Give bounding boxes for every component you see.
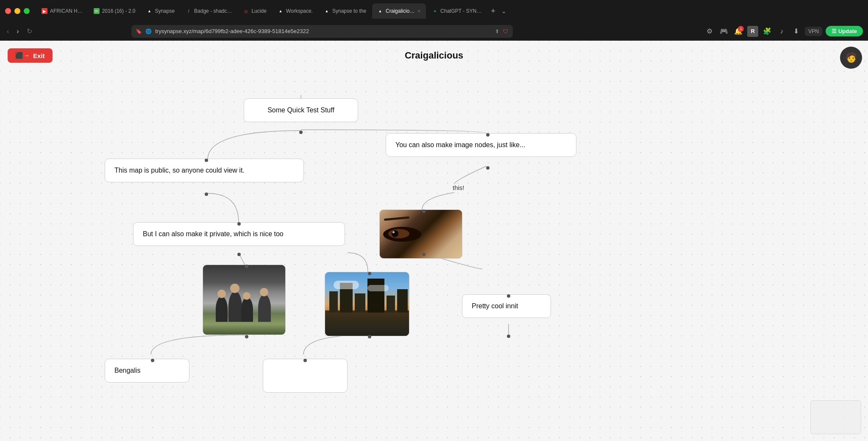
address-bar: ‹ › ↻ 🔖 🌐 trysynapse.xyz/map/6d799fb2-ad… — [0, 22, 868, 41]
extension-icon-1[interactable]: ⚙ — [704, 26, 715, 37]
tab-favicon: / — [186, 8, 192, 14]
node-eyes[interactable] — [379, 209, 462, 259]
tabs-overflow-icon[interactable]: ⌄ — [501, 8, 506, 14]
connector-dot — [422, 209, 426, 213]
user-avatar[interactable]: 🧑 — [840, 47, 862, 69]
tab-lucide[interactable]: ◎ Lucide — [238, 3, 271, 19]
connector-dot — [245, 265, 248, 268]
map-canvas[interactable]: ⬛→ Exit Craigalicious 🧑 Some Quick Test … — [0, 41, 868, 441]
node-private[interactable]: But I can also make it private, which is… — [133, 222, 345, 246]
minimize-button[interactable] — [14, 8, 20, 14]
lock-icon: 🌐 — [145, 28, 152, 34]
share-icon: ⬆ — [495, 28, 499, 34]
update-button[interactable]: ☰ Update — [826, 26, 863, 36]
tab-craigalicious[interactable]: ▲ Craigalicio… ✕ — [372, 3, 426, 19]
node-image-nodes[interactable]: You can also make image nodes, just like… — [386, 133, 576, 157]
tabs-bar: ▶ AFRICAN H… m 2016 (16) - 2.0 ▲ Synapse… — [36, 3, 863, 19]
exit-label: Exit — [33, 52, 45, 59]
connector-dot — [486, 166, 490, 170]
tab-label: Lucide — [251, 8, 266, 14]
download-icon[interactable]: ⬇ — [790, 26, 801, 37]
tab-2016[interactable]: m 2016 (16) - 2.0 — [89, 3, 141, 19]
shield-icon: 🛡 — [503, 28, 509, 35]
close-button[interactable] — [5, 8, 11, 14]
node-public[interactable]: This map is public, so anyone could view… — [105, 159, 304, 182]
back-button[interactable]: ‹ — [5, 26, 11, 37]
connector-dot — [237, 222, 241, 226]
title-bar: ▶ AFRICAN H… m 2016 (16) - 2.0 ▲ Synapse… — [0, 0, 868, 22]
tab-favicon: ▲ — [146, 8, 152, 14]
address-box[interactable]: 🔖 🌐 trysynapse.xyz/map/6d799fb2-adee-426… — [131, 25, 513, 38]
connector-dot — [245, 335, 248, 338]
tab-african[interactable]: ▶ AFRICAN H… — [36, 3, 88, 19]
url-display: trysynapse.xyz/map/6d799fb2-adee-426c-93… — [155, 28, 492, 34]
music-icon[interactable]: ♪ — [776, 26, 787, 37]
node-group-photo[interactable] — [203, 265, 286, 335]
node-city[interactable] — [325, 272, 409, 336]
tab-favicon: ▲ — [377, 8, 383, 14]
new-tab-button[interactable]: + — [487, 7, 499, 16]
connector-dot — [507, 294, 510, 298]
connector-dot — [205, 159, 208, 162]
tab-favicon: m — [94, 8, 100, 14]
connector-dot — [151, 359, 154, 362]
reload-button[interactable]: ↻ — [25, 25, 34, 37]
tab-label: Synapse — [155, 8, 175, 14]
tab-label: AFRICAN H… — [50, 8, 83, 14]
toolbar-right: ⚙ 🎮 🔔 1 R 🧩 ♪ ⬇ VPN ☰ Update — [704, 26, 863, 37]
maximize-button[interactable] — [24, 8, 30, 14]
puzzle-icon[interactable]: 🧩 — [762, 26, 773, 37]
tab-label: Synapse to the — [332, 8, 366, 14]
tab-favicon: ▲ — [324, 8, 330, 14]
tab-chatgpt[interactable]: ✦ ChatGPT - SYN… — [427, 3, 487, 19]
minimap[interactable] — [810, 400, 861, 434]
tab-synapse-to[interactable]: ▲ Synapse to the — [319, 3, 371, 19]
connector-dot — [237, 253, 241, 256]
tab-label: Workspace. — [286, 8, 313, 14]
traffic-lights — [5, 8, 30, 14]
connector-dot — [422, 253, 426, 256]
connector-dot — [299, 131, 303, 134]
tab-synapse[interactable]: ▲ Synapse — [141, 3, 180, 19]
tab-favicon: ▶ — [42, 8, 47, 14]
connector-dot — [486, 133, 490, 137]
node-quick-test[interactable]: Some Quick Test Stuff — [244, 98, 358, 122]
tab-favicon: ◎ — [243, 8, 249, 14]
node-bottom[interactable] — [263, 359, 348, 393]
bookmark-icon: 🔖 — [136, 28, 142, 34]
connector-dot — [303, 359, 307, 362]
tab-close-icon[interactable]: ✕ — [417, 8, 421, 14]
tab-badge[interactable]: / Badge - shadc… — [181, 3, 237, 19]
connector-dot — [205, 193, 208, 196]
extension-r-icon[interactable]: R — [747, 26, 758, 37]
tab-label: 2016 (16) - 2.0 — [102, 8, 136, 14]
tab-workspace[interactable]: ▲ Workspace. — [273, 3, 318, 19]
exit-icon: ⬛→ — [15, 52, 30, 59]
tab-label: Craigalicio… — [386, 8, 415, 14]
node-bengalis[interactable]: Bengalis — [105, 359, 189, 382]
node-pretty-cool[interactable]: Pretty cool innit — [462, 294, 551, 318]
connector-dot — [368, 272, 371, 275]
connector-dot — [368, 335, 371, 338]
connector-dot — [507, 335, 510, 338]
update-icon: ☰ — [832, 28, 837, 34]
forward-button[interactable]: › — [15, 26, 20, 37]
vpn-button[interactable]: VPN — [805, 27, 822, 36]
tab-favicon: ✦ — [432, 8, 438, 14]
tab-label: ChatGPT - SYN… — [440, 8, 481, 14]
exit-button[interactable]: ⬛→ Exit — [8, 48, 53, 63]
map-title: Craigalicious — [405, 50, 463, 61]
tab-label: Badge - shadc… — [194, 8, 232, 14]
tab-favicon: ▲ — [278, 8, 284, 14]
notification-icon[interactable]: 🔔 1 — [733, 26, 744, 37]
extension-icon-2[interactable]: 🎮 — [718, 26, 729, 37]
this-label: this! — [453, 184, 465, 191]
